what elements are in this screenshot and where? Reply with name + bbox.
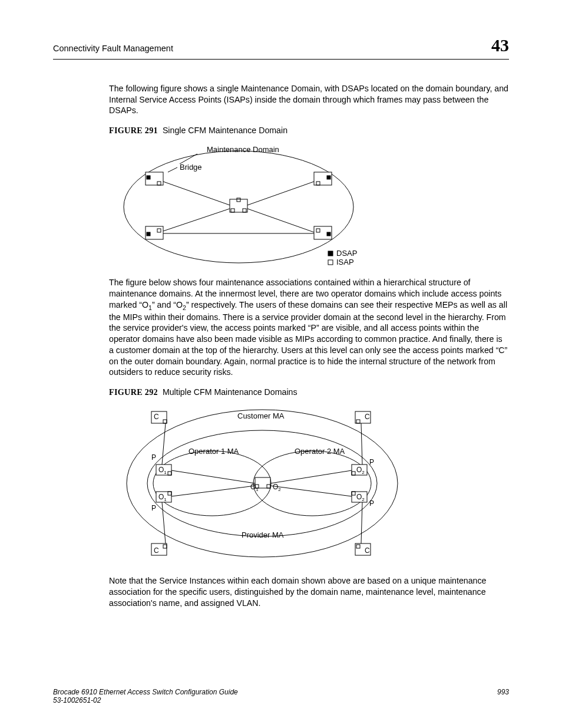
label-p-bl: P	[151, 504, 156, 512]
label-bridge: Bridge	[180, 163, 202, 172]
svg-line-60	[270, 486, 352, 496]
figure-292-title: Multiple CFM Maintenance Domains	[163, 387, 297, 397]
svg-line-19	[163, 182, 230, 205]
svg-rect-10	[147, 232, 150, 236]
svg-rect-24	[328, 251, 333, 256]
svg-line-20	[247, 182, 314, 205]
chapter-number: 43	[491, 35, 509, 55]
svg-text:C: C	[365, 413, 370, 421]
svg-line-21	[247, 209, 314, 232]
label-maintenance-domain: Maintenance Domain	[207, 145, 279, 154]
figure-291-diagram: Maintenance Domain Bridge	[109, 139, 392, 269]
footer-doc-title: Brocade 6910 Ethernet Access Switch Conf…	[53, 688, 238, 696]
svg-rect-15	[230, 199, 247, 212]
svg-rect-4	[147, 176, 150, 179]
figure-291-caption: FIGURE 291 Single CFM Maintenance Domain	[109, 126, 509, 136]
svg-line-2	[168, 167, 177, 172]
para2-b: ” and “O	[152, 300, 183, 309]
svg-text:C: C	[154, 413, 159, 421]
page-footer: Brocade 6910 Ethernet Access Switch Conf…	[53, 688, 509, 704]
footer-page-num: 993	[497, 688, 509, 704]
svg-line-23	[163, 209, 230, 231]
svg-line-58	[171, 486, 255, 496]
label-p-br: P	[369, 499, 374, 508]
intro-paragraph-2: The figure below shows four maintenance …	[109, 277, 509, 378]
svg-line-53	[162, 423, 166, 465]
label-customer-ma: Customer MA	[237, 411, 285, 420]
footer-doc-num: 53-1002651-02	[53, 696, 238, 704]
svg-rect-13	[327, 232, 330, 236]
intro-paragraph-3: Note that the Service Instances within e…	[109, 575, 509, 608]
label-o2-c: O2	[273, 483, 281, 492]
header-rule	[53, 59, 509, 60]
label-p-tr: P	[369, 458, 374, 466]
svg-rect-7	[327, 176, 330, 179]
para2-c: ” respectively. The users of these domai…	[109, 300, 507, 377]
intro-paragraph-1: The following figure shows a single Main…	[109, 83, 509, 116]
legend-dsap: DSAP	[336, 249, 357, 258]
figure-291-label: FIGURE 291	[109, 126, 158, 135]
svg-line-59	[270, 470, 352, 483]
figure-292-caption: FIGURE 292 Multiple CFM Maintenance Doma…	[109, 387, 509, 397]
label-operator2: Operator 2 MA	[295, 447, 345, 456]
figure-292-diagram: Customer MA Operator 1 MA Operator 2 MA …	[109, 401, 415, 566]
svg-line-54	[361, 423, 362, 465]
svg-text:C: C	[365, 546, 370, 555]
svg-line-55	[162, 502, 166, 543]
figure-292-label: FIGURE 292	[109, 387, 158, 397]
running-header: Connectivity Fault Management	[53, 44, 173, 53]
svg-rect-25	[328, 260, 333, 265]
label-p-tl: P	[151, 453, 156, 462]
svg-line-56	[361, 502, 362, 543]
label-operator1: Operator 1 MA	[189, 447, 239, 456]
figure-291-title: Single CFM Maintenance Domain	[163, 126, 287, 135]
label-provider: Provider MA	[242, 531, 284, 539]
legend-isap: ISAP	[336, 258, 354, 266]
svg-text:C: C	[154, 546, 159, 555]
svg-line-57	[171, 470, 255, 483]
